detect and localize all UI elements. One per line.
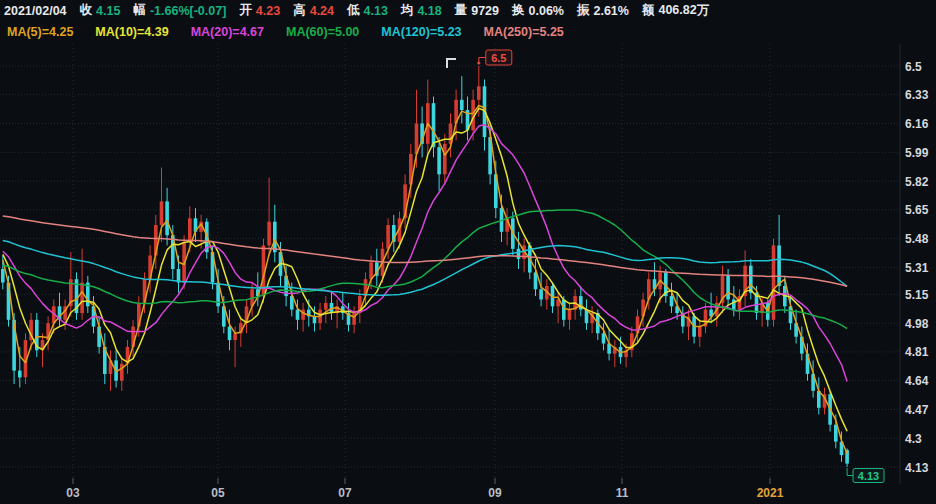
svg-text:5.15: 5.15 <box>905 288 929 302</box>
corner-mark <box>447 59 456 68</box>
ma-legend-item-5: MA(5)=4.25 <box>7 25 73 39</box>
quote-field-value: 2.61% <box>593 4 628 18</box>
quote-header: 2021/02/04 收4.15幅-1.66%[-0.07]开4.23高4.24… <box>4 0 709 21</box>
quote-field-value: 9729 <box>471 4 499 18</box>
quote-field-value: 406.82万 <box>658 2 709 19</box>
svg-text:6.16: 6.16 <box>905 117 929 131</box>
high-price-marker: 6.5 <box>477 50 512 65</box>
low-price-marker: 4.13 <box>847 468 884 483</box>
svg-text:5.99: 5.99 <box>905 146 929 160</box>
quote-field-label: 收 <box>80 2 93 19</box>
ma-line-60 <box>3 210 847 329</box>
svg-text:05: 05 <box>211 486 225 500</box>
quote-field-4: 低4.13 <box>347 2 388 19</box>
ma-line-5 <box>3 106 847 454</box>
candle-series <box>1 66 849 467</box>
svg-text:4.13: 4.13 <box>905 461 929 475</box>
quote-field-label: 换 <box>512 2 525 19</box>
quote-field-value: 0.06% <box>529 4 564 18</box>
ma-legend-item-10: MA(10)=4.39 <box>95 25 168 39</box>
ma-legend-item-250: MA(250)=5.25 <box>484 25 564 39</box>
ma-legend-item-20: MA(20)=4.67 <box>191 25 264 39</box>
ma-line-10 <box>3 108 847 431</box>
ma-legend: MA(5)=4.25MA(10)=4.39MA(20)=4.67MA(60)=5… <box>7 22 564 42</box>
quote-field-label: 额 <box>642 2 655 19</box>
quote-field-value: -1.66%[-0.07] <box>150 4 226 18</box>
quote-field-value: 4.15 <box>96 4 120 18</box>
ma-legend-item-60: MA(60)=5.00 <box>286 25 359 39</box>
svg-text:4.3: 4.3 <box>905 432 922 446</box>
quote-field-value: 4.13 <box>364 4 388 18</box>
svg-text:07: 07 <box>338 486 352 500</box>
ma-legend-item-120: MA(120)=5.23 <box>381 25 461 39</box>
price-axis: 6.56.336.165.995.825.655.485.315.154.984… <box>905 60 929 475</box>
quote-field-value: 4.24 <box>310 4 334 18</box>
svg-text:4.47: 4.47 <box>905 403 929 417</box>
quote-field-label: 幅 <box>133 2 146 19</box>
svg-text:03: 03 <box>66 486 80 500</box>
quote-field-label: 振 <box>577 2 590 19</box>
svg-text:6.5: 6.5 <box>491 52 506 64</box>
quote-field-0: 收4.15 <box>80 2 121 19</box>
svg-text:5.31: 5.31 <box>905 261 929 275</box>
svg-text:6.33: 6.33 <box>905 88 929 102</box>
candlestick-chart[interactable]: 6.54.136.56.336.165.995.825.655.485.315.… <box>0 44 936 504</box>
quote-field-3: 高4.24 <box>293 2 334 19</box>
chart-canvas[interactable]: 6.54.136.56.336.165.995.825.655.485.315.… <box>0 44 936 504</box>
quote-field-9: 额406.82万 <box>642 2 709 19</box>
quote-field-value: 4.18 <box>417 4 441 18</box>
svg-text:11: 11 <box>616 486 629 500</box>
quote-field-value: 4.23 <box>256 4 280 18</box>
quote-field-1: 幅-1.66%[-0.07] <box>133 2 226 19</box>
svg-text:5.48: 5.48 <box>905 232 929 246</box>
svg-text:2021: 2021 <box>757 486 784 500</box>
svg-text:5.82: 5.82 <box>905 175 929 189</box>
svg-text:4.98: 4.98 <box>905 317 929 331</box>
quote-field-5: 均4.18 <box>401 2 442 19</box>
quote-field-label: 高 <box>293 2 306 19</box>
quote-field-7: 换0.06% <box>512 2 564 19</box>
quote-field-label: 开 <box>239 2 252 19</box>
quote-field-label: 低 <box>347 2 360 19</box>
svg-text:6.5: 6.5 <box>905 60 922 74</box>
svg-text:4.13: 4.13 <box>858 470 879 482</box>
svg-text:5.65: 5.65 <box>905 203 929 217</box>
grid <box>0 44 900 484</box>
quote-field-2: 开4.23 <box>239 2 280 19</box>
svg-text:4.64: 4.64 <box>905 374 929 388</box>
quote-field-label: 量 <box>455 2 468 19</box>
quote-field-8: 振2.61% <box>577 2 629 19</box>
time-axis: 03050709112021 <box>66 478 783 500</box>
svg-text:4.81: 4.81 <box>905 345 929 359</box>
quote-date: 2021/02/04 <box>4 4 67 18</box>
stock-chart-app: 2021/02/04 收4.15幅-1.66%[-0.07]开4.23高4.24… <box>0 0 936 504</box>
quote-field-label: 均 <box>401 2 414 19</box>
svg-text:09: 09 <box>488 486 502 500</box>
quote-field-6: 量9729 <box>455 2 499 19</box>
